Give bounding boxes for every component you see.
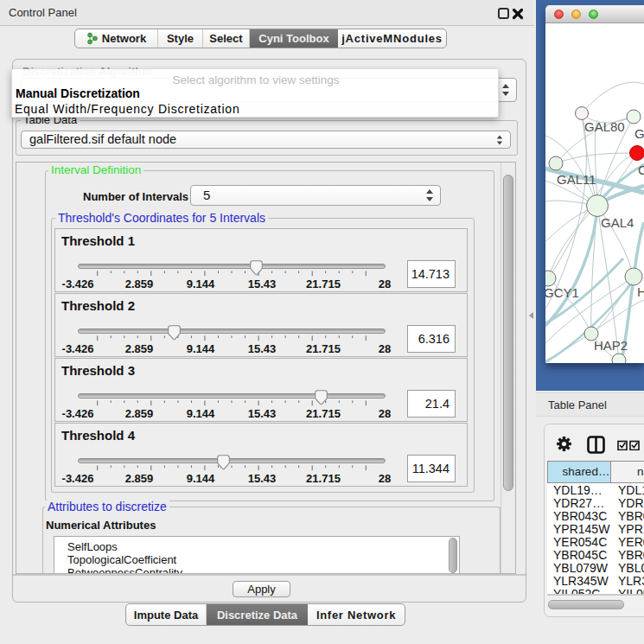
svg-text:GAL80: GAL80 [584,119,625,134]
svg-text:GA: GA [634,126,644,141]
svg-text:CR: CR [638,163,644,177]
svg-text:HA: HA [637,284,644,299]
svg-text:GCY1: GCY1 [545,285,579,300]
svg-text:HAP2: HAP2 [594,338,628,353]
svg-text:GAL4: GAL4 [601,215,634,230]
svg-text:GAL11: GAL11 [557,172,596,187]
